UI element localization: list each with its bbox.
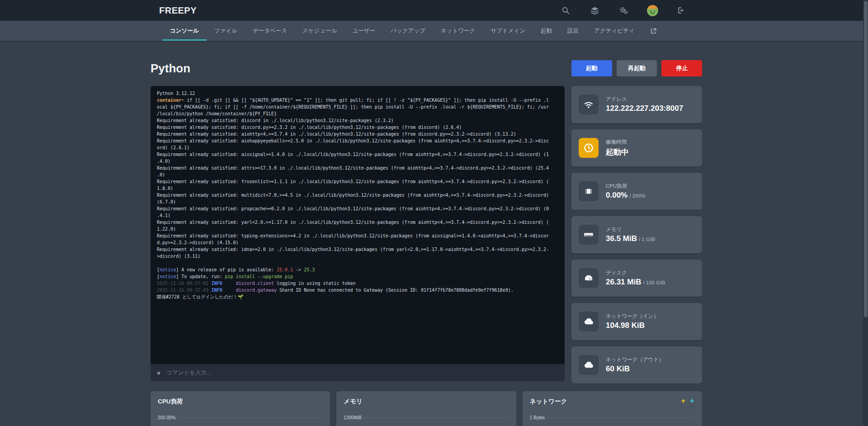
card-disk: ディスク26.31 MiB/ 100 GiB bbox=[571, 260, 702, 297]
terminal-line: Requirement already satisfied: multidict… bbox=[157, 192, 558, 199]
tab-bar-items: コンソールファイルデータベーススケジュールユーザーバックアップネットワークサブド… bbox=[151, 21, 714, 41]
tab-backups[interactable]: バックアップ bbox=[383, 21, 433, 41]
chart-title: CPU負荷 bbox=[158, 398, 183, 406]
terminal-line: ord) (2.6.1) bbox=[157, 144, 558, 151]
card-cpu: CPU負荷0.00%/ 200% bbox=[571, 173, 702, 210]
terminal-line: .0) bbox=[157, 171, 558, 178]
chart-title: ネットワーク bbox=[530, 398, 567, 406]
stat-label: アドレス bbox=[606, 96, 683, 103]
cpu-icon bbox=[579, 181, 599, 201]
gears-icon[interactable] bbox=[609, 0, 638, 21]
chart-memory: メモリ1200MiB bbox=[336, 391, 516, 426]
card-uptime: 稼働時間起動中 bbox=[571, 129, 702, 166]
terminal-line: [notice] A new release of pip is availab… bbox=[157, 266, 558, 273]
chart-gridline bbox=[364, 417, 509, 418]
search-icon[interactable] bbox=[551, 0, 580, 21]
server-tab-bar: コンソールファイルデータベーススケジュールユーザーバックアップネットワークサブド… bbox=[0, 21, 868, 41]
chart-axis-label: 1200MiB bbox=[344, 415, 361, 420]
terminal-line: Requirement already satisfied: idna>=2.0… bbox=[157, 246, 558, 253]
stat-value: 104.98 KiB bbox=[606, 321, 659, 330]
power-buttons: 起動 再起動 停止 bbox=[571, 60, 702, 76]
terminal-line: Requirement already satisfied: aiohappye… bbox=[157, 137, 558, 144]
avatar[interactable] bbox=[638, 0, 667, 21]
tab-network[interactable]: ネットワーク bbox=[433, 21, 483, 41]
terminal-line: Requirement already satisfied: propcache… bbox=[157, 205, 558, 212]
clock-icon bbox=[579, 138, 599, 158]
stat-label: ネットワーク（アウト） bbox=[606, 356, 664, 363]
tab-users[interactable]: ユーザー bbox=[344, 21, 383, 41]
terminal-line: Requirement already satisfied: frozenlis… bbox=[157, 178, 558, 185]
command-prompt-glyph: » bbox=[157, 369, 160, 376]
stat-limit: / 200% bbox=[629, 193, 646, 199]
terminal-line bbox=[157, 260, 558, 266]
chart-network: ネットワーク1 Bytes bbox=[523, 391, 702, 426]
terminal-line: Requirement already satisfied: aiosignal… bbox=[157, 151, 558, 158]
terminal-line: Requirement already satisfied: typing-ex… bbox=[157, 232, 558, 239]
chart-title: メモリ bbox=[344, 398, 362, 406]
chart-cpu: CPU負荷200.00% bbox=[151, 391, 330, 426]
console-panel: Python 3.12.12container~ if [[ -d .git ]… bbox=[151, 86, 565, 381]
terminal-line: 1.8.0) bbox=[157, 185, 558, 192]
restart-button[interactable]: 再起動 bbox=[617, 60, 657, 76]
terminal-line: .4.1) bbox=[157, 212, 558, 219]
terminal-line: Requirement already satisfied: discord i… bbox=[157, 117, 558, 124]
arrow-down-icon bbox=[689, 398, 695, 406]
tab-schedules[interactable]: スケジュール bbox=[295, 21, 344, 41]
stat-limit: / 1 GiB bbox=[639, 237, 655, 242]
page-scrollbar[interactable] bbox=[863, 0, 868, 426]
terminal-line: 1.22.0) bbox=[157, 226, 558, 232]
stats-cards: アドレス122.222.227.203:8007稼働時間起動中CPU負荷0.00… bbox=[571, 86, 702, 383]
arrow-up-icon bbox=[680, 398, 686, 406]
chart-axis-label: 200.00% bbox=[158, 415, 175, 420]
tab-console[interactable]: コンソール bbox=[162, 21, 207, 41]
tab-startup[interactable]: 起動 bbox=[533, 21, 560, 41]
terminal-line: Requirement already satisfied: aiohttp<4… bbox=[157, 131, 558, 137]
app-logo: FREEPY bbox=[151, 5, 197, 16]
stat-value: 60 KiB bbox=[606, 364, 664, 374]
stat-value: 122.222.227.203:8007 bbox=[606, 104, 683, 113]
terminal-line: >discord) (3.11) bbox=[157, 253, 558, 260]
card-network-in: ネットワーク（イン）104.98 KiB bbox=[571, 303, 702, 340]
layers-icon[interactable] bbox=[580, 0, 609, 21]
start-button[interactable]: 起動 bbox=[571, 60, 612, 76]
stat-label: メモリ bbox=[606, 226, 655, 233]
terminal-line: Python 3.12.12 bbox=[157, 90, 558, 97]
chart-gridline bbox=[178, 417, 323, 418]
terminal-line: /local/bin/python /home/container/${PY_F… bbox=[157, 110, 558, 117]
signout-icon[interactable] bbox=[667, 0, 696, 21]
stat-value: 26.31 MiB/ 100 GiB bbox=[606, 278, 665, 287]
stat-limit: / 100 GiB bbox=[643, 280, 665, 285]
stat-label: ネットワーク（イン） bbox=[606, 313, 659, 320]
terminal-output: Python 3.12.12container~ if [[ -d .git ]… bbox=[151, 86, 565, 364]
terminal-line: ocal ${PY_PACKAGES}; fi; if [[ -f /home/… bbox=[157, 104, 558, 110]
stat-value: 36.5 MiB/ 1 GiB bbox=[606, 234, 655, 243]
stat-label: 稼働時間 bbox=[606, 139, 629, 146]
terminal-line: 2025-11-16 00:37:03 INFO discord.gateway… bbox=[157, 287, 558, 293]
scrollbar-thumb[interactable] bbox=[864, 1, 868, 317]
content-area: Python 起動 再起動 停止 Python 3.12.12container… bbox=[151, 60, 702, 426]
memory-icon bbox=[579, 225, 599, 245]
terminal-line: .4.0) bbox=[157, 158, 558, 165]
tab-subdomain[interactable]: サブドメイン bbox=[483, 21, 533, 41]
chart-axis-label: 1 Bytes bbox=[530, 415, 545, 420]
terminal-line: 2025-11-16 00:37:02 INFO discord.client … bbox=[157, 280, 558, 287]
navbar-icons bbox=[551, 0, 702, 21]
command-input[interactable] bbox=[165, 369, 558, 376]
stop-button[interactable]: 停止 bbox=[661, 60, 702, 76]
card-network-out: ネットワーク（アウト）60 KiB bbox=[571, 346, 702, 383]
tab-databases[interactable]: データベース bbox=[245, 21, 295, 41]
tab-settings[interactable]: 設定 bbox=[560, 21, 586, 41]
stat-label: CPU負荷 bbox=[606, 183, 646, 189]
cloud-icon bbox=[579, 312, 599, 331]
tab-external-link[interactable] bbox=[642, 21, 665, 41]
terminal-line: Requirement already satisfied: attrs>=17… bbox=[157, 165, 558, 171]
terminal-line: Requirement already satisfied: yarl<2.0,… bbox=[157, 219, 558, 226]
terminal-line: container~ if [[ -d .git ]] && [[ "${AUT… bbox=[157, 97, 558, 104]
tab-files[interactable]: ファイル bbox=[207, 21, 245, 41]
stat-value: 0.00%/ 200% bbox=[606, 191, 646, 200]
stat-label: ディスク bbox=[606, 270, 665, 276]
card-address: アドレス122.222.227.203:8007 bbox=[571, 86, 702, 123]
stat-value: 起動中 bbox=[606, 147, 629, 157]
tab-activity[interactable]: アクティビティ bbox=[586, 21, 642, 41]
card-memory: メモリ36.5 MiB/ 1 GiB bbox=[571, 216, 702, 253]
